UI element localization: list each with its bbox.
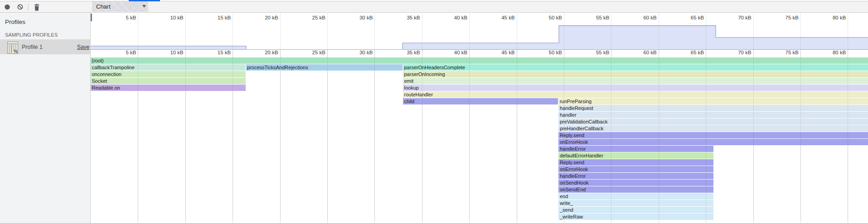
svg-text:%: % <box>14 48 18 54</box>
